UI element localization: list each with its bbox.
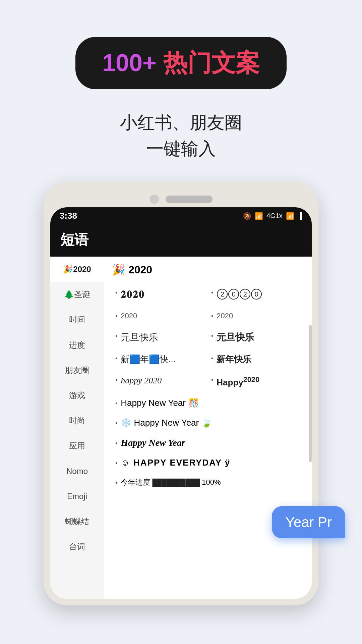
sidebar-item-christmas[interactable]: 🌲圣诞 (50, 282, 104, 307)
badge-text: 100+ 热门文案 (102, 49, 260, 76)
item-text: 元旦快乐 (121, 331, 204, 344)
bullet-icon: • (211, 312, 213, 321)
subtitle-line1: 小红书、朋友圈 (120, 109, 242, 136)
bullet-icon: • (115, 400, 117, 407)
item-text: 新🟦年🟦快... (121, 353, 204, 365)
item-text: Happy2020 (217, 375, 300, 388)
happy-new-year-script: Happy New Year (121, 437, 300, 448)
item-text: 2020 (121, 311, 204, 321)
camera-icon (149, 195, 159, 204)
list-item[interactable]: • 新年快乐 (208, 348, 304, 370)
list-item[interactable]: • 元旦快乐 (208, 326, 304, 348)
list-item[interactable]: • 𝟐𝟎𝟐𝟎 (112, 283, 208, 306)
status-bar: 3:38 🔕 📶 4G1x 📶 ▐ (50, 207, 312, 224)
sidebar-item-moments[interactable]: 朋友圈 (50, 358, 104, 383)
item-text: 元旦快乐 (217, 331, 300, 344)
list-item[interactable]: • 元旦快乐 (112, 326, 208, 348)
content-area: 🎉 2020 • 𝟐𝟎𝟐𝟎 • 2020 (104, 257, 312, 599)
app-header: 短语 (50, 224, 312, 257)
status-icons: 🔕 📶 4G1x 📶 ▐ (243, 212, 302, 220)
list-item[interactable]: • Happy New Year 🎊 (112, 393, 304, 413)
bullet-icon: • (211, 355, 213, 363)
battery-icon: ▐ (298, 212, 302, 220)
list-item[interactable]: • 新🟦年🟦快... (112, 348, 208, 370)
network-label: 4G1x (266, 212, 283, 220)
sidebar-item-progress[interactable]: 进度 (50, 332, 104, 358)
app-title: 短语 (60, 230, 302, 249)
bullet-icon: • (115, 355, 117, 363)
item-text: Happy New Year 🎊 (121, 398, 300, 408)
item-text: ☺ HAPPY EVERYDAY ÿ (121, 458, 300, 468)
sidebar-item-nomo[interactable]: Nomo (50, 459, 104, 484)
list-item[interactable]: • 2020 (112, 306, 208, 326)
item-text: 新年快乐 (217, 353, 300, 365)
item-text: 2020 (217, 287, 300, 300)
bullet-icon: • (115, 376, 117, 384)
bullet-icon: • (115, 460, 117, 467)
badge-label: 热门文案 (163, 49, 260, 76)
list-item[interactable]: • Happy2020 (208, 370, 304, 393)
sidebar-item-bow[interactable]: 蝴蝶结 (50, 509, 104, 534)
phone-mockup: 3:38 🔕 📶 4G1x 📶 ▐ 短语 🎉2020 🌲圣诞 (44, 182, 318, 605)
list-item[interactable]: • Happy New Year (112, 433, 304, 453)
top-badge: 100+ 热门文案 (75, 37, 287, 89)
bullet-icon: • (211, 332, 213, 340)
list-item[interactable]: • 今年进度 ██████████ 100% (112, 473, 304, 492)
bubble-text: Year Pr (285, 514, 332, 530)
sidebar-item-lines[interactable]: 台词 (50, 534, 104, 559)
sidebar-item-2020[interactable]: 🎉2020 (50, 257, 104, 282)
badge-number: 100+ (102, 49, 157, 76)
subtitle-line2: 一键输入 (120, 136, 242, 162)
sidebar-item-time[interactable]: 时间 (50, 307, 104, 332)
list-item[interactable]: • happy 2020 (112, 370, 208, 393)
signal-icon: 📶 (286, 212, 294, 220)
speaker-icon (166, 196, 213, 203)
sidebar-item-emoji[interactable]: Emoji (50, 484, 104, 509)
bullet-icon: • (211, 376, 213, 384)
item-text: happy 2020 (121, 375, 204, 387)
list-item[interactable]: • ☺ HAPPY EVERYDAY ÿ (112, 453, 304, 473)
bullet-icon: • (115, 440, 117, 447)
item-text: ❄️ Happy New Year 🍃 (121, 418, 300, 428)
list-item[interactable]: • ❄️ Happy New Year 🍃 (112, 413, 304, 433)
subtitle: 小红书、朋友圈 一键输入 (120, 109, 242, 162)
bullet-icon: • (115, 480, 117, 487)
sidebar-item-app[interactable]: 应用 (50, 433, 104, 458)
app-content: 🎉2020 🌲圣诞 时间 进度 朋友圈 游戏 时尚 应用 Nomo Emoji … (50, 257, 312, 599)
bubble-overlay: Year Pr (272, 506, 345, 538)
bullet-icon: • (115, 332, 117, 340)
sidebar-item-game[interactable]: 游戏 (50, 383, 104, 408)
items-grid: • 𝟐𝟎𝟐𝟎 • 2020 • 2020 (112, 283, 304, 492)
wifi-icon: 📶 (255, 212, 263, 220)
bullet-icon: • (115, 289, 117, 297)
bullet-icon: • (115, 420, 117, 427)
item-text: 2020 (217, 311, 300, 321)
section-title: 🎉 2020 (112, 263, 304, 276)
list-item[interactable]: • 2020 (208, 283, 304, 306)
bullet-icon: • (211, 289, 213, 297)
notification-icon: 🔕 (243, 212, 251, 220)
sidebar-item-fashion[interactable]: 时尚 (50, 408, 104, 433)
status-time: 3:38 (60, 211, 77, 221)
list-item[interactable]: • 2020 (208, 306, 304, 326)
sidebar: 🎉2020 🌲圣诞 时间 进度 朋友圈 游戏 时尚 应用 Nomo Emoji … (50, 257, 104, 599)
bullet-icon: • (115, 312, 117, 321)
scroll-indicator (309, 325, 312, 462)
item-text: 今年进度 ██████████ 100% (121, 477, 300, 487)
item-text: 𝟐𝟎𝟐𝟎 (121, 287, 204, 302)
